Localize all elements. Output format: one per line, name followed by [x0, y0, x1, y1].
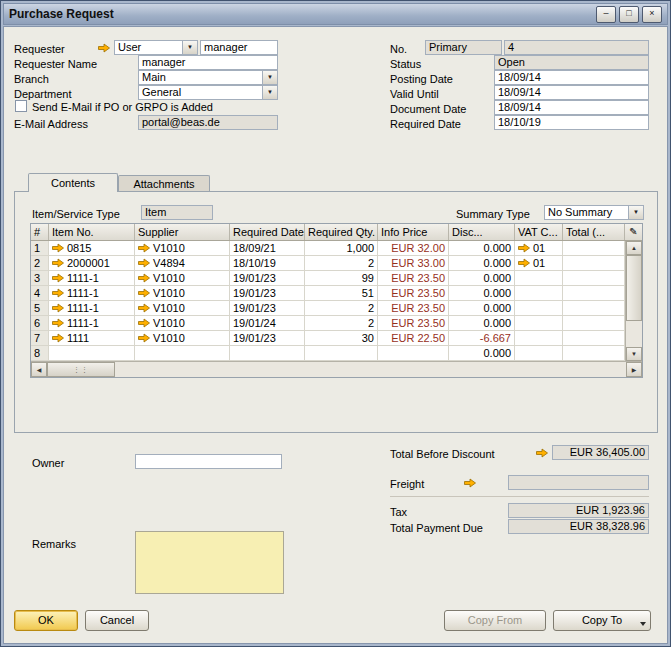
link-arrow-icon[interactable] [52, 273, 64, 283]
required-date-cell[interactable]: 18/09/21 [230, 241, 305, 255]
vat-cell[interactable] [515, 301, 563, 315]
discount-cell[interactable]: 0.000 [449, 256, 515, 270]
remarks-field[interactable] [135, 531, 284, 594]
info-price-cell[interactable] [378, 346, 449, 360]
item-service-type-field[interactable]: Item [141, 205, 213, 220]
v-scroll-thumb[interactable] [626, 255, 642, 321]
valid-until-field[interactable]: 18/09/14 [494, 85, 649, 100]
total-cell[interactable] [563, 256, 625, 270]
requester-field[interactable]: manager [200, 40, 278, 55]
scroll-left-button[interactable]: ◀ [31, 362, 47, 377]
total-cell[interactable] [563, 241, 625, 255]
info-price-cell[interactable]: EUR 22.50 [378, 331, 449, 345]
vat-cell[interactable] [515, 271, 563, 285]
required-date-cell[interactable]: 19/01/23 [230, 331, 305, 345]
item-no-cell[interactable]: 0815 [49, 241, 135, 255]
minimize-button[interactable]: – [596, 6, 616, 23]
required-qty-cell[interactable]: 99 [305, 271, 378, 285]
row-number-cell[interactable]: 4 [31, 286, 49, 300]
department-select[interactable]: General ▼ [138, 85, 278, 100]
required-date-cell[interactable]: 18/10/19 [230, 256, 305, 270]
total-cell[interactable] [563, 346, 625, 360]
total-cell[interactable] [563, 286, 625, 300]
link-arrow-icon[interactable] [52, 318, 64, 328]
col-header-total[interactable]: Total (... [563, 224, 625, 240]
total-cell[interactable] [563, 271, 625, 285]
posting-date-field[interactable]: 18/09/14 [494, 70, 649, 85]
info-price-cell[interactable]: EUR 23.50 [378, 286, 449, 300]
col-header-item-no[interactable]: Item No. [49, 224, 135, 240]
total-cell[interactable] [563, 301, 625, 315]
info-price-cell[interactable]: EUR 23.50 [378, 316, 449, 330]
link-arrow-icon[interactable] [52, 303, 64, 313]
vat-cell[interactable] [515, 331, 563, 345]
vat-cell[interactable]: 01 [515, 241, 563, 255]
col-header-supplier[interactable]: Supplier [135, 224, 230, 240]
item-no-cell[interactable]: 1111-1 [49, 301, 135, 315]
titlebar[interactable]: Purchase Request – □ × [3, 3, 668, 25]
supplier-cell[interactable] [135, 346, 230, 360]
info-price-cell[interactable]: EUR 23.50 [378, 271, 449, 285]
discount-cell[interactable]: 0.000 [449, 301, 515, 315]
item-no-cell[interactable]: 1111-1 [49, 271, 135, 285]
no-series-field[interactable]: Primary [425, 40, 502, 55]
link-arrow-icon[interactable] [138, 333, 150, 343]
item-no-cell[interactable]: 1111-1 [49, 286, 135, 300]
link-arrow-icon[interactable] [138, 303, 150, 313]
required-qty-cell[interactable]: 30 [305, 331, 378, 345]
link-arrow-icon[interactable] [52, 333, 64, 343]
dropdown-arrow-icon[interactable]: ▼ [262, 86, 277, 99]
owner-field[interactable] [135, 454, 282, 469]
document-date-field[interactable]: 18/09/14 [494, 100, 649, 115]
total-cell[interactable] [563, 316, 625, 330]
email-address-field[interactable]: portal@beas.de [138, 115, 278, 130]
required-qty-cell[interactable]: 2 [305, 316, 378, 330]
link-arrow-icon[interactable] [464, 478, 476, 488]
required-qty-cell[interactable]: 2 [305, 256, 378, 270]
link-arrow-icon[interactable] [138, 243, 150, 253]
supplier-cell[interactable]: V1010 [135, 286, 230, 300]
scroll-down-button[interactable]: ▼ [626, 347, 642, 361]
branch-select[interactable]: Main ▼ [138, 70, 278, 85]
row-number-cell[interactable]: 5 [31, 301, 49, 315]
required-date-cell[interactable]: 19/01/23 [230, 301, 305, 315]
required-qty-cell[interactable] [305, 346, 378, 360]
scroll-up-button[interactable]: ▲ [626, 241, 642, 255]
vat-cell[interactable] [515, 346, 563, 360]
row-number-cell[interactable]: 8 [31, 346, 49, 360]
link-arrow-icon[interactable] [138, 273, 150, 283]
supplier-cell[interactable]: V1010 [135, 271, 230, 285]
supplier-cell[interactable]: V4894 [135, 256, 230, 270]
row-number-cell[interactable]: 7 [31, 331, 49, 345]
v-scroll-track[interactable] [626, 321, 642, 347]
dropdown-arrow-icon[interactable]: ▼ [628, 206, 643, 219]
item-no-cell[interactable]: 1111 [49, 331, 135, 345]
total-cell[interactable] [563, 331, 625, 345]
col-header-vat[interactable]: VAT C... [515, 224, 563, 240]
col-header-required-qty[interactable]: Required Qty. [305, 224, 378, 240]
no-number-field[interactable]: 4 [504, 40, 649, 55]
link-arrow-icon[interactable] [138, 318, 150, 328]
table-h-scrollbar[interactable]: ◀ ⋮⋮ ▶ [31, 361, 642, 377]
h-scroll-thumb[interactable]: ⋮⋮ [47, 362, 115, 377]
link-arrow-icon[interactable] [536, 448, 548, 458]
supplier-cell[interactable]: V1010 [135, 331, 230, 345]
link-arrow-icon[interactable] [518, 243, 530, 253]
link-arrow-icon[interactable] [52, 288, 64, 298]
row-number-cell[interactable]: 2 [31, 256, 49, 270]
discount-cell[interactable]: -6.667 [449, 331, 515, 345]
row-number-cell[interactable]: 3 [31, 271, 49, 285]
col-header-discount[interactable]: Disc... [449, 224, 515, 240]
vat-cell[interactable] [515, 316, 563, 330]
row-number-cell[interactable]: 1 [31, 241, 49, 255]
freight-field[interactable] [508, 475, 649, 490]
required-date-cell[interactable]: 19/01/23 [230, 286, 305, 300]
required-date-field[interactable]: 18/10/19 [494, 115, 649, 130]
discount-cell[interactable]: 0.000 [449, 286, 515, 300]
vat-cell[interactable]: 01 [515, 256, 563, 270]
table-v-scrollbar[interactable]: ▲ ▼ [625, 241, 642, 361]
close-button[interactable]: × [642, 6, 662, 23]
discount-cell[interactable]: 0.000 [449, 271, 515, 285]
copy-to-button[interactable]: Copy To [553, 610, 651, 631]
required-qty-cell[interactable]: 51 [305, 286, 378, 300]
